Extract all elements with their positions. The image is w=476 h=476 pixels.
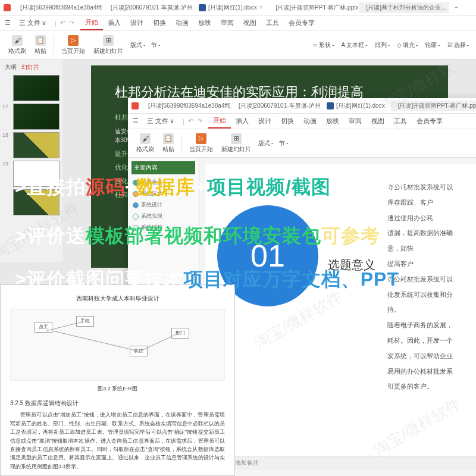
title-bar: [只读]563990f83694a1e38a4ff65c... [只读]2006… [128,98,476,114]
select-button[interactable]: ☑ 选择 - [445,40,471,51]
play-icon: ▷ [68,35,79,46]
current-slide[interactable]: 01 选题意义 办公耗材批发系统可以库存跟踪、客户通过使用办公耗 遗漏，提高数据… [205,164,476,456]
er-diagram: 员工 手机 职位 部门 [10,309,225,381]
ribbon-toolbar: 🖌格式刷 📋粘贴 ▷当页开始 ⊞新建幻灯片 版式 - 节 - [128,129,476,158]
menu-slideshow[interactable]: 放映 [321,114,344,128]
new-slide-icon: ⊞ [103,35,114,46]
ribbon-toolbar: 🖌格式刷 📋粘贴 ▷当页开始 ⊞新建幻灯片 版式 - 节 - ☆ 形状 - A … [0,31,476,60]
doc-paragraph: 管理员可以点击"增加员工"按钮，进入增加员工信息的界面，在该界面中，管理员需填写… [10,411,225,471]
doc-header: 西南科技大学成人本科毕业设计 [10,293,225,303]
notes-bar[interactable]: 单击此处添加备注 [205,456,476,470]
layout-button[interactable]: 版式 - [128,40,148,51]
redo-icon[interactable]: ↷ [197,117,202,125]
new-slide-button[interactable]: ⊞新建幻灯片 [218,132,255,155]
fill-button[interactable]: ◇ 填充 - [394,40,420,51]
doc-tab-active[interactable]: [只读]开题答辩PPT-蒋广林.pptx [391,101,476,111]
from-current-button[interactable]: ▷当页开始 [186,132,217,155]
menu-animation[interactable]: 动画 [171,16,193,30]
format-brush-button[interactable]: 🖌格式刷 [133,132,158,155]
format-brush-button[interactable]: 🖌格式刷 [5,34,30,57]
hamburger-icon[interactable]: ☰ [133,117,139,125]
menu-view[interactable]: 视图 [239,16,261,30]
menu-review[interactable]: 审阅 [344,114,367,128]
svg-line-0 [46,322,82,331]
undo-icon[interactable]: ↶ [188,117,193,125]
undo-icon[interactable]: ↶ [60,19,65,27]
doc-tab[interactable]: [只读]2006079101-车昊潇-泸州福... [231,101,321,111]
paste-button[interactable]: 📋粘贴 [31,34,50,57]
title-bar: [只读]563990f83694a1e38a4ff65c...× [只读]200… [0,0,476,15]
menu-member[interactable]: 会员专享 [284,16,320,30]
redo-icon[interactable]: ↷ [69,19,74,27]
outline-item[interactable]: 系统设计 [131,199,195,211]
section-button[interactable]: 节 - [149,40,162,51]
wps-icon [131,102,139,109]
slide-thumb[interactable]: 17 [2,104,60,130]
paste-icon: 📋 [35,35,46,46]
file-menu[interactable]: 三 文件∨ [142,114,179,128]
doc-section-title: 3.2.5 数据库逻辑结构设计 [10,398,225,408]
outline-tool-button[interactable]: 轮廓 - [422,40,442,51]
word-icon [327,102,334,109]
menu-animation[interactable]: 动画 [299,114,321,128]
from-current-button[interactable]: ▷当页开始 [58,34,89,57]
document-preview: 西南科技大学成人本科毕业设计 员工 手机 职位 部门 图3.2 系统E-R图 3… [0,284,235,476]
outline-tab[interactable]: 大纲 [5,63,17,71]
new-slide-button[interactable]: ⊞新建幻灯片 [90,34,127,57]
outline-heading: 主要内容 [131,161,195,174]
doc-tab[interactable]: [只读]563990f83694a1e38a4ff65c...× [13,2,102,13]
doc-tab[interactable]: [只读]网红(1).docx [322,101,390,111]
textbox-button[interactable]: A 文本框 - [339,40,370,51]
format-brush-icon: 🖌 [12,35,23,46]
menu-bar: ☰ 三 文件∨ | ↶ ↷ 开始 插入 设计 切换 动画 放映 审阅 视图 工具… [0,15,476,31]
hamburger-icon[interactable]: ☰ [5,19,11,27]
outline-item[interactable]: 系统实现 [131,211,195,222]
menu-tools[interactable]: 工具 [261,16,284,30]
promo-line-3: >评价截图问要技术项目对应万字文档、PPT [0,267,476,293]
menu-insert[interactable]: 插入 [231,114,253,128]
play-icon: ▷ [196,133,206,144]
menu-transition[interactable]: 切换 [148,16,171,30]
paste-icon: 📋 [163,133,174,144]
slide-stage: 01 选题意义 办公耗材批发系统可以库存跟踪、客户通过使用办公耗 遗漏，提高数据… [199,158,476,476]
diagram-caption: 图3.2 系统E-R图 [10,384,225,393]
menu-start[interactable]: 开始 [80,15,103,30]
new-tab-button[interactable]: + [450,4,463,11]
doc-tab[interactable]: [只读]网红(1).docx× [194,2,268,13]
paste-button[interactable]: 📋粘贴 [159,132,178,155]
menu-bar: ☰ 三 文件∨ | ↶ ↷ 开始 插入 设计 切换 动画 放映 审阅 视图 工具… [128,114,476,129]
word-icon [199,4,206,11]
arrange-button[interactable]: 排列 - [372,40,392,51]
wps-icon [4,4,11,11]
bullet-icon [133,202,139,208]
thumb-tabs: 大纲 幻灯片 [2,62,60,73]
close-icon[interactable]: × [259,4,263,11]
menu-member[interactable]: 会员专享 [412,114,447,128]
layout-button[interactable]: 版式 - [256,138,275,149]
menu-transition[interactable]: 切换 [276,114,299,128]
menu-insert[interactable]: 插入 [103,16,126,30]
menu-design[interactable]: 设计 [126,16,148,30]
menu-review[interactable]: 审阅 [216,16,239,30]
section-button[interactable]: 节 - [277,138,290,149]
promo-line-1: >直接拍源码+数据库+项目视频/截图(无水印） [0,174,476,201]
doc-tab[interactable]: [只读]开题答辩PPT-蒋广林.pptx× [269,2,358,13]
svg-line-2 [142,334,177,350]
menu-design[interactable]: 设计 [253,114,276,128]
menu-tools[interactable]: 工具 [389,114,412,128]
doc-tab[interactable]: [只读]2006079101-车昊潇-泸州福...× [104,2,193,13]
promo-line-2: >评价送模板部署视频和环境安装包可参考 [0,223,476,249]
doc-tab[interactable]: [只读]563990f83694a1e38a4ff65c... [141,101,230,111]
menu-start[interactable]: 开始 [208,114,231,129]
slide-thumb[interactable] [2,75,60,101]
slide-thumb[interactable]: 18 [2,132,60,158]
shape-button[interactable]: ☆ 形状 - [310,40,336,51]
new-slide-icon: ⊞ [231,133,242,144]
bullet-icon [133,214,139,220]
file-menu[interactable]: 三 文件∨ [14,16,51,30]
svg-line-1 [52,331,136,350]
slides-tab[interactable]: 幻灯片 [21,63,39,71]
menu-slideshow[interactable]: 放映 [193,16,216,30]
doc-tab-active[interactable]: [只读]基于杜邦分析法的企业...× [359,2,449,13]
menu-view[interactable]: 视图 [367,114,389,128]
